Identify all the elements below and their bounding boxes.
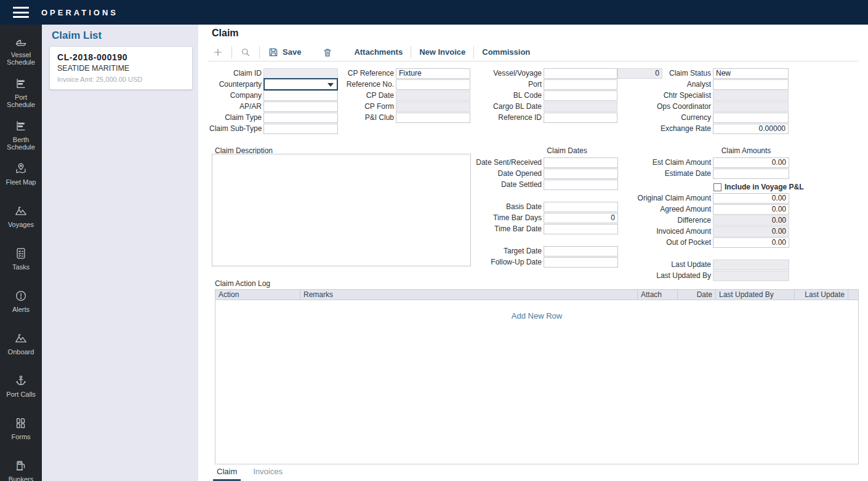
column-header-filler	[848, 290, 858, 300]
agreed-amount-label: Agreed Amount	[622, 205, 711, 213]
cp-date-label: CP Date	[326, 91, 394, 100]
sidebar-item-forms[interactable]: Forms	[0, 416, 42, 459]
last-update-field	[713, 260, 789, 270]
time-bar-days-field[interactable]	[544, 213, 618, 223]
add-new-row-link[interactable]: Add New Row	[215, 311, 858, 320]
toolbar-divider	[231, 46, 232, 58]
exchange-rate-field[interactable]	[713, 124, 789, 134]
sidebar-item-onboard[interactable]: Onboard	[0, 332, 42, 374]
column-header-attach[interactable]: Attach	[638, 290, 678, 300]
pi-club-label: P&I Club	[326, 113, 394, 122]
out-of-pocket-field[interactable]	[713, 237, 789, 248]
hamburger-menu-icon[interactable]	[13, 7, 29, 18]
pi-club-field[interactable]	[396, 113, 470, 123]
basis-date-label: Basis Date	[468, 202, 542, 211]
include-voyage-pl-label: Include in Voyage P&L	[725, 183, 803, 191]
mountains-icon	[14, 332, 28, 345]
include-voyage-pl-checkbox[interactable]	[713, 183, 721, 191]
search-icon	[240, 47, 251, 58]
sidebar-item-voyages[interactable]: Voyages	[0, 204, 42, 247]
column-header-date[interactable]: Date	[678, 290, 716, 300]
ap-ar-label: AP/AR	[209, 102, 262, 111]
bl-code-label: BL Code	[468, 91, 542, 100]
company-label: Company	[209, 91, 262, 100]
currency-field[interactable]	[713, 113, 789, 123]
bottom-tab-bar: Claim Invoices	[213, 466, 286, 481]
date-sent-received-field[interactable]	[544, 157, 618, 168]
claim-status-field[interactable]	[713, 68, 789, 79]
sidebar-item-port-calls[interactable]: Port Calls	[0, 374, 42, 416]
claim-action-log-table: Action Remarks Attach Date Last Updated …	[215, 289, 859, 464]
tab-invoices[interactable]: Invoices	[249, 466, 286, 481]
target-date-field[interactable]	[544, 246, 618, 256]
claim-description-textarea[interactable]	[212, 154, 471, 266]
est-claim-amount-field[interactable]	[713, 157, 789, 168]
sidebar-item-port-schedule[interactable]: Port Schedule	[0, 77, 42, 119]
sidebar-item-bunkers[interactable]: Bunkers	[0, 459, 42, 481]
reference-no-field[interactable]	[396, 79, 470, 90]
ship-icon	[14, 34, 28, 48]
page-title: Claim	[212, 28, 239, 39]
column-header-last-update[interactable]: Last Update	[795, 290, 848, 300]
tab-claim[interactable]: Claim	[213, 466, 241, 481]
port-label: Port	[468, 80, 542, 89]
invoiced-amount-label: Invoiced Amount	[622, 227, 711, 236]
column-header-last-updated-by[interactable]: Last Updated By	[716, 290, 795, 300]
follow-up-date-field[interactable]	[544, 257, 618, 268]
claim-list-item[interactable]: CL-2018-000190 SEATIDE MARITIME Invoice …	[49, 46, 193, 90]
time-bar-days-label: Time Bar Days	[468, 213, 542, 222]
counterparty-label: Counterparty	[209, 80, 262, 89]
cargo-bl-date-field	[544, 101, 617, 112]
difference-field	[713, 215, 789, 226]
claim-sub-type-field[interactable]	[263, 124, 338, 134]
date-opened-field[interactable]	[544, 169, 618, 179]
operations-app: OPERATIONS Vessel Schedule Port Schedule…	[0, 0, 868, 481]
column-header-action[interactable]: Action	[215, 290, 300, 300]
claim-action-log-label: Claim Action Log	[215, 279, 270, 288]
cp-reference-label: CP Reference	[326, 69, 394, 78]
sidebar-item-tasks[interactable]: Tasks	[0, 247, 42, 289]
plus-icon	[212, 47, 223, 58]
delete-button[interactable]	[317, 44, 338, 60]
agreed-amount-field[interactable]	[713, 204, 789, 215]
original-claim-amount-field[interactable]	[713, 193, 789, 204]
vessel-voyage-field[interactable]	[544, 68, 617, 79]
target-date-label: Target Date	[468, 247, 542, 255]
cargo-bl-date-label: Cargo BL Date	[468, 102, 542, 111]
claim-action-log-header: Action Remarks Attach Date Last Updated …	[215, 290, 858, 300]
sidebar-item-alerts[interactable]: Alerts	[0, 289, 42, 332]
search-button[interactable]	[235, 44, 256, 60]
cp-reference-field[interactable]	[396, 68, 470, 79]
estimate-date-field[interactable]	[713, 169, 789, 179]
column-header-remarks[interactable]: Remarks	[300, 290, 638, 300]
sidebar-item-vessel-schedule[interactable]: Vessel Schedule	[0, 34, 42, 77]
cp-info-column: CP Reference Reference No. CP Date CP Fo…	[326, 68, 470, 123]
save-button[interactable]: Save	[263, 44, 306, 60]
sidebar-item-berth-schedule[interactable]: Berth Schedule	[0, 119, 42, 162]
commission-button[interactable]: Commission	[477, 44, 535, 60]
time-bar-date-field[interactable]	[544, 224, 618, 234]
basis-date-field[interactable]	[544, 202, 618, 212]
claim-toolbar: Save Attachments New Invoice Commission	[207, 43, 859, 62]
bl-code-field[interactable]	[544, 90, 617, 101]
new-invoice-button[interactable]: New Invoice	[414, 44, 470, 60]
date-settled-field[interactable]	[544, 180, 618, 190]
claim-sub-type-label: Claim Sub-Type	[209, 124, 262, 133]
claim-id-label: Claim ID	[209, 69, 262, 78]
documents-icon	[14, 416, 28, 430]
vessel-voyage-label: Vessel/Voyage	[468, 69, 542, 78]
original-claim-amount-label: Original Claim Amount	[622, 194, 711, 202]
sidebar-item-fleet-map[interactable]: Fleet Map	[0, 162, 42, 204]
exchange-rate-label: Exchange Rate	[622, 124, 711, 133]
port-field[interactable]	[544, 79, 617, 90]
estimate-date-label: Estimate Date	[622, 169, 711, 178]
claim-card-counterparty: SEATIDE MARITIME	[57, 64, 185, 73]
out-of-pocket-label: Out of Pocket	[622, 238, 711, 247]
reference-id-field[interactable]	[544, 113, 617, 123]
add-button[interactable]	[207, 44, 228, 60]
attachments-button[interactable]: Attachments	[349, 44, 408, 60]
analyst-field[interactable]	[713, 79, 789, 90]
ops-coordinator-label: Ops Coordinator	[622, 102, 711, 111]
mountains-icon	[14, 204, 28, 218]
date-opened-label: Date Opened	[468, 169, 542, 178]
